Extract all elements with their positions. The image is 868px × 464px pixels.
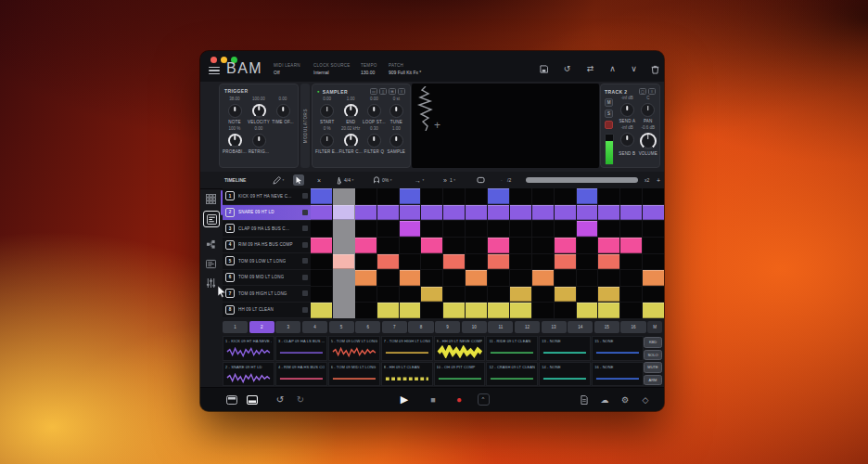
step-r1-c14[interactable] (598, 188, 619, 204)
track-menu-icon[interactable] (302, 210, 308, 215)
track-options-icon[interactable]: ≡ (648, 88, 656, 95)
pattern-9[interactable]: 9 (435, 321, 460, 333)
note-knob[interactable] (228, 104, 242, 118)
pad-6[interactable]: 6 - TOM 09 MID LT LONG (328, 362, 380, 387)
trash-icon[interactable] (648, 63, 662, 74)
pad-14[interactable]: 14 - NONE (539, 362, 591, 387)
step-r6-c5[interactable] (400, 270, 421, 286)
send-b-knob[interactable] (620, 133, 634, 147)
step-r1-c7[interactable] (443, 188, 465, 204)
mute-button[interactable]: M (605, 98, 613, 107)
undo-transport-icon[interactable]: ↺ (273, 388, 287, 411)
pad-9[interactable]: 9 - HH 09 LT NEVE COMP (434, 336, 486, 361)
track-row-7[interactable]: 7TOM 09 HIGH LT LONG (223, 286, 311, 303)
step-r2-c13[interactable] (577, 205, 598, 221)
pad-3[interactable]: 3 - CLAP 09 HA LS BUS ... (275, 336, 327, 361)
step-r6-c8[interactable] (466, 270, 487, 286)
step-r3-c5[interactable] (400, 221, 421, 237)
step-r8-c6[interactable] (421, 303, 442, 318)
start-knob[interactable] (320, 104, 334, 118)
step-r8-c10[interactable] (510, 303, 531, 318)
step-r2-c6[interactable] (421, 205, 442, 221)
track-row-3[interactable]: 3CLAP 09 HA LS BUS C... (223, 221, 311, 238)
sample-drop-area[interactable]: + (412, 84, 599, 168)
pattern-2[interactable]: 2 (249, 321, 274, 333)
snap-control[interactable]: 0%▾ (373, 172, 392, 188)
pattern-8[interactable]: 8 (408, 321, 433, 333)
collapse-icon[interactable]: ∧ (606, 63, 619, 74)
step-r2-c15[interactable] (620, 205, 642, 221)
pad-4[interactable]: 4 - RIM 09 HA HS BUS CO... (275, 362, 327, 387)
step-r7-c16[interactable] (643, 287, 664, 303)
step-r3-c10[interactable] (510, 221, 531, 237)
clock-source-field[interactable]: CLOCK SOURCE Internal (313, 63, 351, 76)
pencil-tool-icon[interactable]: ▾ (273, 172, 284, 188)
add-sample-icon[interactable]: + (434, 119, 440, 132)
pad-13[interactable]: 13 - NONE (539, 336, 591, 361)
step-r5-c5[interactable] (400, 254, 421, 270)
step-r4-c12[interactable] (555, 238, 576, 253)
step-r6-c15[interactable] (620, 270, 642, 286)
track-row-6[interactable]: 6TOM 09 MID LT LONG (223, 270, 311, 287)
step-r1-c3[interactable] (355, 188, 377, 204)
modulation-routing-icon[interactable] (206, 237, 217, 248)
step-r1-c13[interactable] (577, 188, 598, 204)
delete-tool-icon[interactable]: × (317, 172, 321, 188)
tune-knob[interactable] (389, 104, 403, 118)
step-r3-c3[interactable] (355, 221, 377, 237)
step-r5-c9[interactable] (488, 254, 509, 270)
track-row-8[interactable]: 8HH 09 LT CLEAN (223, 303, 311, 319)
step-r5-c2[interactable] (333, 254, 354, 270)
filter-q-knob[interactable] (367, 134, 381, 148)
step-r3-c16[interactable] (643, 221, 664, 237)
add-button[interactable]: + (657, 172, 660, 188)
step-r7-c12[interactable] (555, 287, 576, 303)
volume-knob[interactable] (640, 133, 657, 149)
pattern-15[interactable]: 15 (594, 321, 619, 333)
step-r1-c12[interactable] (555, 188, 576, 204)
pattern-11[interactable]: 11 (488, 321, 513, 333)
step-r5-c4[interactable] (377, 254, 399, 270)
step-r8-c7[interactable] (443, 303, 465, 318)
expand-diamond-icon[interactable]: ◇ (638, 388, 653, 411)
step-r8-c4[interactable] (377, 303, 399, 318)
modulators-tab[interactable]: MODULATORS (300, 84, 310, 168)
pattern-10[interactable]: 10 (462, 321, 487, 333)
step-r2-c9[interactable] (488, 205, 509, 221)
patch-field[interactable]: PATCH 909 Full Kit Fx * (389, 63, 421, 76)
step-r3-c8[interactable] (466, 221, 487, 237)
step-r3-c7[interactable] (443, 221, 465, 237)
pad-5[interactable]: 5 - TOM 09 LOW LT LONG (328, 336, 380, 361)
step-r1-c15[interactable] (620, 188, 642, 204)
menu-icon[interactable] (209, 67, 220, 74)
track-row-4[interactable]: 4RIM 09 HA HS BUS COMP (223, 238, 311, 254)
step-r4-c1[interactable] (311, 238, 332, 253)
panel-bottom-layout-icon[interactable] (245, 388, 260, 411)
arm-record-button[interactable] (605, 121, 613, 129)
timeline-zoom-slider[interactable] (526, 177, 638, 183)
step-r6-c3[interactable] (355, 270, 377, 286)
step-r3-c9[interactable] (488, 221, 509, 237)
step-r2-c14[interactable] (598, 205, 619, 221)
loop-icon[interactable] (477, 172, 485, 188)
step-r1-c5[interactable] (400, 188, 421, 204)
step-r5-c7[interactable] (443, 254, 465, 270)
step-r2-c8[interactable] (466, 205, 487, 221)
step-r4-c10[interactable] (510, 238, 531, 253)
step-r2-c7[interactable] (443, 205, 465, 221)
pad-1[interactable]: 1 - KICK 09 HT HA NEVE ... (223, 336, 274, 361)
step-r6-c6[interactable] (421, 270, 442, 286)
step-r1-c10[interactable] (510, 188, 531, 204)
step-r1-c9[interactable] (488, 188, 509, 204)
settings-sliders-icon[interactable] (206, 276, 217, 287)
pad-15[interactable]: 15 - NONE (592, 336, 644, 361)
step-r6-c4[interactable] (377, 270, 399, 286)
sampler-view-single-icon[interactable]: ▭ (370, 88, 377, 95)
redo-transport-icon[interactable]: ↻ (293, 388, 308, 411)
playback-direction-control[interactable]: →▾ (415, 172, 424, 188)
step-r5-c8[interactable] (466, 254, 487, 270)
step-r5-c12[interactable] (555, 254, 576, 270)
step-r1-c1[interactable] (311, 188, 332, 204)
step-r7-c11[interactable] (532, 287, 554, 303)
pad-2[interactable]: 2 - SNARE 09 HT LD (223, 362, 274, 387)
